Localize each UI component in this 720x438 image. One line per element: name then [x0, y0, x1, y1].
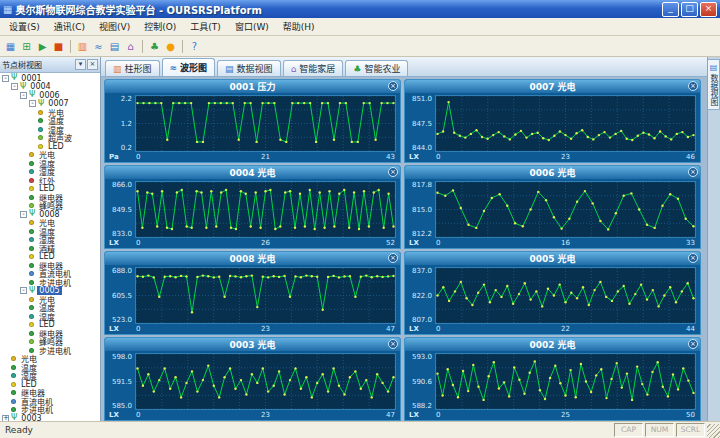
x-axis-label: 0	[136, 153, 140, 161]
bar-chart-icon[interactable]: ▥	[75, 39, 90, 54]
tab-data-view[interactable]: ▤数据视图	[217, 60, 281, 76]
data-point	[498, 193, 500, 195]
chart-close-button[interactable]: ×	[688, 253, 698, 263]
tree-expand-toggle[interactable]: -	[20, 211, 27, 218]
data-point	[460, 281, 462, 283]
minimize-button[interactable]: _	[662, 2, 679, 17]
x-axis-row: LX02652	[105, 238, 400, 248]
waveform-line	[438, 361, 694, 400]
data-point	[599, 220, 601, 222]
data-point	[544, 398, 546, 400]
tree-item[interactable]: 湿度	[0, 372, 100, 381]
tree-item[interactable]: -Ψ0004	[0, 83, 100, 92]
serial-connect-icon[interactable]: ⊞	[19, 39, 34, 54]
menu-tools[interactable]: 工具(T)	[183, 19, 228, 34]
data-point	[687, 136, 689, 138]
menu-view[interactable]: 视图(V)	[92, 19, 137, 34]
data-point	[305, 376, 307, 378]
menu-settings[interactable]: 设置(S)	[2, 19, 47, 34]
chart-close-button[interactable]: ×	[388, 81, 398, 91]
x-axis-row: LX02244	[405, 324, 700, 334]
sensor-icon	[11, 407, 16, 412]
menu-help[interactable]: 帮助(H)	[276, 19, 322, 34]
data-point	[251, 274, 253, 276]
data-point	[576, 297, 578, 299]
right-dock-tab[interactable]: ▤ 数据视图	[708, 59, 720, 110]
chart-close-button[interactable]: ×	[688, 81, 698, 91]
tree-item[interactable]: 酒精	[0, 244, 100, 253]
data-point	[376, 373, 378, 375]
chart-close-button[interactable]: ×	[688, 339, 698, 349]
data-point	[616, 362, 618, 364]
data-point	[245, 393, 247, 395]
data-point	[531, 133, 533, 135]
waveform-svg	[136, 354, 395, 409]
plot-area	[135, 181, 396, 238]
chart-close-button[interactable]: ×	[388, 339, 398, 349]
data-table-icon[interactable]: ▤	[107, 39, 122, 54]
status-num: NUM	[645, 423, 674, 437]
config-icon[interactable]: ▦	[3, 39, 18, 54]
data-point	[564, 134, 566, 136]
tree-expand-toggle[interactable]: -	[20, 92, 27, 99]
data-point	[267, 276, 269, 278]
data-point	[305, 274, 307, 276]
help-icon[interactable]: ?	[187, 39, 202, 54]
status-scrl: SCRL	[676, 423, 705, 437]
tree-item[interactable]: 红外	[0, 176, 100, 185]
tree-item[interactable]: 湿度	[0, 312, 100, 321]
data-point	[611, 300, 613, 302]
data-point	[303, 102, 305, 104]
tree-item[interactable]: -Ψ0001	[0, 74, 100, 83]
data-point	[345, 102, 347, 104]
x-axis-label: 23	[261, 411, 270, 419]
smart-home-icon[interactable]: ⌂	[123, 39, 138, 54]
waveform-icon[interactable]: ≈	[91, 39, 106, 54]
dock-menu-icon[interactable]: ▾	[75, 59, 86, 70]
tree-item[interactable]: 温度	[0, 363, 100, 372]
data-point	[677, 198, 679, 200]
data-point	[460, 207, 462, 209]
maximize-button[interactable]: □	[681, 2, 698, 17]
data-point	[214, 102, 216, 104]
toolbar-separator	[142, 40, 143, 53]
menu-comm[interactable]: 通讯(C)	[47, 19, 92, 34]
tab-waveform[interactable]: ≈波形图	[162, 58, 216, 76]
sensor-icon	[29, 297, 34, 302]
chart-close-button[interactable]: ×	[388, 253, 398, 263]
dock-close-icon[interactable]: ×	[87, 59, 98, 70]
data-point	[623, 285, 625, 287]
sensor-icon	[11, 390, 16, 395]
data-point	[327, 102, 329, 104]
tree-expand-toggle[interactable]: -	[11, 83, 18, 90]
tab-smart-agriculture[interactable]: ♣智能农业	[345, 60, 408, 76]
tree-item[interactable]: LED	[0, 380, 100, 389]
tab-smart-home[interactable]: ⌂智能家居	[283, 60, 344, 76]
data-point	[378, 189, 380, 191]
start-icon[interactable]: ▶	[35, 39, 50, 54]
tree-expand-toggle[interactable]: -	[2, 75, 9, 82]
close-button[interactable]: ×	[700, 2, 717, 17]
tree-item[interactable]: 步进电机	[0, 346, 100, 355]
plot-area	[135, 267, 396, 324]
menu-control[interactable]: 控制(O)	[137, 19, 183, 34]
data-point	[186, 225, 188, 227]
y-axis-label: 0.2	[121, 144, 132, 152]
tree-item[interactable]: 光电	[0, 355, 100, 364]
data-point	[259, 227, 261, 229]
node-manager-icon[interactable]: ●	[163, 39, 178, 54]
menu-window[interactable]: 窗口(W)	[228, 19, 276, 34]
tree-item[interactable]: 超声波	[0, 134, 100, 143]
stop-icon[interactable]: ■	[51, 39, 66, 54]
tree-expand-toggle[interactable]: -	[29, 100, 36, 107]
data-point	[600, 368, 602, 370]
chart-close-button[interactable]: ×	[388, 167, 398, 177]
tree-item[interactable]: 蜂鸣器	[0, 202, 100, 211]
tree-item[interactable]: 步进电机	[0, 278, 100, 287]
tree-expand-toggle[interactable]: -	[20, 287, 27, 294]
tab-bar-chart[interactable]: ▥柱形图	[105, 60, 160, 76]
chart-close-button[interactable]: ×	[688, 167, 698, 177]
resize-grip[interactable]	[707, 424, 720, 438]
tree-item[interactable]: -Ψ0006	[0, 91, 100, 100]
smart-agriculture-icon[interactable]: ♣	[147, 39, 162, 54]
